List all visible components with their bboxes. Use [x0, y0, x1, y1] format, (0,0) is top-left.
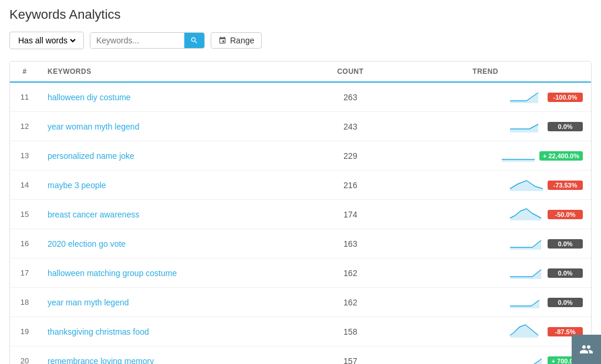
trend-cell: 0.0%: [380, 258, 591, 288]
count-cell: 263: [321, 82, 380, 112]
row-num: 15: [10, 200, 39, 229]
search-button[interactable]: [184, 33, 204, 48]
table-header-row: # KEYWORDS COUNT TREND: [10, 62, 591, 82]
keyword-cell: remembrance loving memory: [39, 346, 321, 365]
range-button[interactable]: Range: [211, 32, 262, 49]
trend-chart: [509, 293, 544, 311]
row-num: 12: [10, 112, 39, 141]
table-row: 17 halloween matching group costume 162 …: [10, 258, 591, 288]
keyword-link[interactable]: halloween matching group costume: [48, 268, 177, 278]
keyword-link[interactable]: year woman myth legend: [48, 122, 139, 131]
table-row: 14 maybe 3 people 216 -73.53%: [10, 171, 591, 200]
trend-chart: [509, 205, 544, 223]
trend-cell: + 22,400.0%: [380, 141, 591, 171]
search-icon: [190, 36, 198, 45]
trend-cell: -87.5%: [380, 317, 591, 346]
range-label: Range: [230, 36, 254, 45]
trend-chart: [509, 234, 544, 253]
filter-dropdown[interactable]: Has all words: [9, 32, 84, 49]
keyword-link[interactable]: year man myth legend: [48, 298, 129, 307]
bottom-bar[interactable]: [572, 335, 601, 364]
table-row: 15 breast cancer awareness 174 -50.0%: [10, 200, 591, 229]
row-num: 14: [10, 171, 39, 200]
table-row: 19 thanksgiving christmas food 158 -87.5…: [10, 317, 591, 346]
trend-cell: 0.0%: [380, 112, 591, 141]
trend-cell: 0.0%: [380, 288, 591, 317]
keyword-link[interactable]: breast cancer awareness: [48, 210, 139, 219]
col-header-num: #: [10, 62, 39, 82]
trend-badge: + 22,400.0%: [539, 151, 583, 161]
count-cell: 157: [321, 346, 380, 365]
keyword-cell: halloween matching group costume: [39, 258, 321, 288]
search-box: [90, 32, 205, 49]
trend-badge: 0.0%: [548, 268, 583, 278]
users-icon: [579, 342, 593, 356]
trend-chart: [509, 88, 544, 106]
trend-cell: -73.53%: [380, 171, 591, 200]
filter-select-input[interactable]: Has all words: [16, 35, 77, 46]
count-cell: 163: [321, 229, 380, 258]
count-cell: 216: [321, 171, 380, 200]
toolbar: Has all words Range: [9, 32, 592, 49]
table-row: 16 2020 election go vote 163 0.0%: [10, 229, 591, 258]
table-row: 12 year woman myth legend 243 0.0%: [10, 112, 591, 141]
keyword-link[interactable]: 2020 election go vote: [48, 239, 126, 249]
trend-badge: 0.0%: [548, 239, 583, 249]
row-num: 16: [10, 229, 39, 258]
count-cell: 174: [321, 200, 380, 229]
keyword-cell: year woman myth legend: [39, 112, 321, 141]
keywords-table: # KEYWORDS COUNT TREND 11 halloween diy …: [9, 61, 592, 364]
keyword-cell: year man myth legend: [39, 288, 321, 317]
keyword-cell: halloween diy costume: [39, 82, 321, 112]
count-cell: 162: [321, 288, 380, 317]
keyword-link[interactable]: halloween diy costume: [48, 93, 131, 102]
table-row: 18 year man myth legend 162 0.0%: [10, 288, 591, 317]
col-header-trend: TREND: [380, 62, 591, 82]
trend-chart: [509, 322, 544, 341]
keyword-cell: maybe 3 people: [39, 171, 321, 200]
keyword-link[interactable]: personalized name joke: [48, 151, 134, 161]
row-num: 18: [10, 288, 39, 317]
trend-badge: -50.0%: [548, 210, 583, 219]
trend-cell: -50.0%: [380, 200, 591, 229]
keyword-link[interactable]: remembrance loving memory: [48, 356, 154, 365]
calendar-icon: [218, 36, 227, 45]
trend-badge: -100.0%: [548, 93, 583, 102]
page-title: Keywords Analytics: [9, 7, 592, 22]
count-cell: 158: [321, 317, 380, 346]
trend-cell: + 700.0%: [380, 346, 591, 365]
row-num: 11: [10, 82, 39, 112]
keyword-link[interactable]: maybe 3 people: [48, 181, 106, 190]
trend-cell: -100.0%: [380, 82, 591, 112]
keyword-cell: 2020 election go vote: [39, 229, 321, 258]
table-row: 11 halloween diy costume 263 -100.0%: [10, 82, 591, 112]
trend-chart: [509, 352, 544, 364]
trend-chart: [501, 147, 536, 165]
trend-badge: 0.0%: [548, 298, 583, 307]
row-num: 19: [10, 317, 39, 346]
trend-cell: 0.0%: [380, 229, 591, 258]
table-row: 13 personalized name joke 229 + 22,400.0…: [10, 141, 591, 171]
row-num: 17: [10, 258, 39, 288]
col-header-keywords: KEYWORDS: [39, 62, 321, 82]
keyword-cell: thanksgiving christmas food: [39, 317, 321, 346]
keyword-link[interactable]: thanksgiving christmas food: [48, 327, 149, 336]
trend-badge: 0.0%: [548, 122, 583, 131]
col-header-count: COUNT: [321, 62, 380, 82]
count-cell: 229: [321, 141, 380, 171]
table-row: 20 remembrance loving memory 157 + 700.0…: [10, 346, 591, 365]
keyword-cell: personalized name joke: [39, 141, 321, 171]
trend-chart: [509, 264, 544, 282]
trend-chart: [509, 117, 544, 135]
trend-chart: [509, 176, 544, 194]
row-num: 20: [10, 346, 39, 365]
keyword-cell: breast cancer awareness: [39, 200, 321, 229]
trend-badge: -73.53%: [548, 181, 583, 190]
search-input[interactable]: [90, 33, 184, 48]
row-num: 13: [10, 141, 39, 171]
count-cell: 243: [321, 112, 380, 141]
count-cell: 162: [321, 258, 380, 288]
